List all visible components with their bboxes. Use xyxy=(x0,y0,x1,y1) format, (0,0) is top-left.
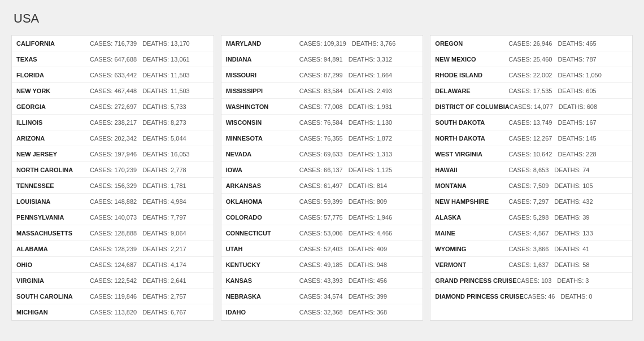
state-name: OHIO xyxy=(16,261,90,268)
deaths-stat: DEATHS: 4,466 xyxy=(349,230,392,237)
table-row: MICHIGANCASES: 113,820DEATHS: 6,767 xyxy=(12,304,214,320)
state-name: WEST VIRGINIA xyxy=(435,151,508,158)
deaths-stat: DEATHS: 608 xyxy=(559,103,597,110)
table-row: MINNESOTACASES: 76,355DEATHS: 1,872 xyxy=(221,130,423,146)
deaths-stat: DEATHS: 1,130 xyxy=(349,119,392,126)
table-row: NEVADACASES: 69,633DEATHS: 1,313 xyxy=(221,146,423,162)
deaths-stat: DEATHS: 456 xyxy=(349,277,387,284)
cases-stat: CASES: 43,393 xyxy=(299,277,343,284)
cases-stat: CASES: 61,497 xyxy=(299,182,343,189)
cases-stat: CASES: 32,368 xyxy=(299,309,343,316)
deaths-stat: DEATHS: 432 xyxy=(554,198,593,205)
cases-stat: CASES: 66,137 xyxy=(299,167,343,173)
cases-stat: CASES: 140,073 xyxy=(90,214,137,221)
table-row: SOUTH DAKOTACASES: 13,749DEATHS: 167 xyxy=(430,115,632,130)
cases-stat: CASES: 13,749 xyxy=(508,119,552,126)
deaths-stat: DEATHS: 1,664 xyxy=(349,72,392,78)
state-name: VIRGINIA xyxy=(16,277,90,284)
state-name: NORTH CAROLINA xyxy=(16,167,90,173)
table-row: GRAND PRINCESS CRUISECASES: 103DEATHS: 3 xyxy=(430,273,632,288)
deaths-stat: DEATHS: 7,797 xyxy=(142,214,186,221)
state-name: IDAHO xyxy=(226,309,299,316)
cases-stat: CASES: 76,355 xyxy=(299,135,343,142)
state-name: WISCONSIN xyxy=(226,119,299,126)
state-name: WASHINGTON xyxy=(226,103,299,110)
state-name: COLORADO xyxy=(226,214,299,221)
state-name: WYOMING xyxy=(435,246,508,252)
cases-stat: CASES: 1,637 xyxy=(508,261,549,268)
deaths-stat: DEATHS: 409 xyxy=(349,246,387,252)
table-row: NEBRASKACASES: 34,574DEATHS: 399 xyxy=(221,288,423,304)
deaths-stat: DEATHS: 2,217 xyxy=(142,246,186,252)
deaths-stat: DEATHS: 74 xyxy=(554,167,589,173)
cases-stat: CASES: 4,567 xyxy=(508,230,549,237)
table-row: INDIANACASES: 94,891DEATHS: 3,312 xyxy=(221,51,423,67)
state-name: MISSISSIPPI xyxy=(226,88,299,94)
cases-stat: CASES: 272,697 xyxy=(90,103,137,110)
cases-stat: CASES: 76,584 xyxy=(299,119,343,126)
cases-stat: CASES: 17,535 xyxy=(508,88,552,94)
state-name: KANSAS xyxy=(226,277,299,284)
table-row: CONNECTICUTCASES: 53,006DEATHS: 4,466 xyxy=(221,225,423,241)
deaths-stat: DEATHS: 5,733 xyxy=(142,103,186,110)
table-row: ALABAMACASES: 128,239DEATHS: 2,217 xyxy=(12,241,214,257)
deaths-stat: DEATHS: 809 xyxy=(349,198,387,205)
column-2: OREGONCASES: 26,946DEATHS: 465NEW MEXICO… xyxy=(430,35,633,321)
cases-stat: CASES: 69,633 xyxy=(299,151,343,158)
table-row: UTAHCASES: 52,403DEATHS: 409 xyxy=(221,241,423,257)
state-name: CALIFORNIA xyxy=(16,40,90,47)
state-name: SOUTH CAROLINA xyxy=(16,293,90,300)
table-row: NEW YORKCASES: 467,448DEATHS: 11,503 xyxy=(12,83,214,99)
cases-stat: CASES: 170,239 xyxy=(90,167,137,173)
table-row: MISSISSIPPICASES: 83,584DEATHS: 2,493 xyxy=(221,83,423,99)
state-name: MARYLAND xyxy=(226,40,299,47)
cases-stat: CASES: 7,509 xyxy=(508,182,549,189)
table-row: OKLAHOMACASES: 59,399DEATHS: 809 xyxy=(221,194,423,209)
state-name: GRAND PRINCESS CRUISE xyxy=(435,277,516,284)
cases-stat: CASES: 22,002 xyxy=(508,72,552,78)
table-row: WASHINGTONCASES: 77,008DEATHS: 1,931 xyxy=(221,99,423,115)
cases-stat: CASES: 103 xyxy=(517,277,552,284)
table-row: CALIFORNIACASES: 716,739DEATHS: 13,170 xyxy=(12,36,214,51)
state-name: MASSACHUSETTS xyxy=(16,230,90,237)
table-row: DELAWARECASES: 17,535DEATHS: 605 xyxy=(430,83,632,99)
table-row: NEW JERSEYCASES: 197,946DEATHS: 16,053 xyxy=(12,146,214,162)
table-row: FLORIDACASES: 633,442DEATHS: 11,503 xyxy=(12,67,214,83)
cases-stat: CASES: 128,888 xyxy=(90,230,137,237)
deaths-stat: DEATHS: 105 xyxy=(554,182,593,189)
table-row: NEW HAMPSHIRECASES: 7,297DEATHS: 432 xyxy=(430,194,632,209)
state-name: HAWAII xyxy=(435,167,508,173)
deaths-stat: DEATHS: 145 xyxy=(558,135,596,142)
state-name: FLORIDA xyxy=(16,72,90,78)
deaths-stat: DEATHS: 2,641 xyxy=(142,277,186,284)
table-row: WISCONSINCASES: 76,584DEATHS: 1,130 xyxy=(221,115,423,130)
state-name: MINNESOTA xyxy=(226,135,299,142)
cases-stat: CASES: 46 xyxy=(524,293,555,300)
cases-stat: CASES: 156,329 xyxy=(90,182,137,189)
state-name: UTAH xyxy=(226,246,299,252)
table-row: OREGONCASES: 26,946DEATHS: 465 xyxy=(430,36,632,51)
state-name: ARKANSAS xyxy=(226,182,299,189)
column-0: CALIFORNIACASES: 716,739DEATHS: 13,170TE… xyxy=(11,35,214,321)
table-row: COLORADOCASES: 57,775DEATHS: 1,946 xyxy=(221,209,423,225)
state-name: GEORGIA xyxy=(16,103,90,110)
deaths-stat: DEATHS: 6,767 xyxy=(142,309,186,316)
table-row: IDAHOCASES: 32,368DEATHS: 368 xyxy=(221,304,423,320)
deaths-stat: DEATHS: 8,273 xyxy=(142,119,186,126)
deaths-stat: DEATHS: 368 xyxy=(349,309,387,316)
state-name: OKLAHOMA xyxy=(226,198,299,205)
table-row: DISTRICT OF COLUMBIACASES: 14,077DEATHS:… xyxy=(430,99,632,115)
state-name: OREGON xyxy=(435,40,508,47)
deaths-stat: DEATHS: 3,312 xyxy=(349,56,392,63)
cases-stat: CASES: 53,006 xyxy=(299,230,343,237)
table-row: MISSOURICASES: 87,299DEATHS: 1,664 xyxy=(221,67,423,83)
cases-stat: CASES: 122,542 xyxy=(90,277,137,284)
column-1: MARYLANDCASES: 109,319DEATHS: 3,766INDIA… xyxy=(221,35,424,321)
deaths-stat: DEATHS: 399 xyxy=(349,293,387,300)
state-name: PENNSYLVANIA xyxy=(16,214,90,221)
state-name: DELAWARE xyxy=(435,88,508,94)
state-name: RHODE ISLAND xyxy=(435,72,508,78)
table-row: MASSACHUSETTSCASES: 128,888DEATHS: 9,064 xyxy=(12,225,214,241)
deaths-stat: DEATHS: 948 xyxy=(349,261,387,268)
table-row: MARYLANDCASES: 109,319DEATHS: 3,766 xyxy=(221,36,423,51)
